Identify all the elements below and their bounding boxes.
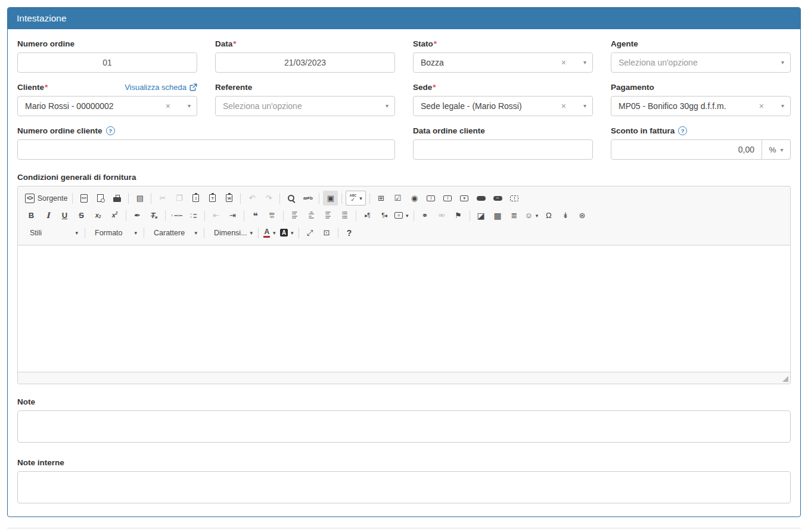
paste-word-button[interactable]: W bbox=[222, 191, 237, 206]
dropdown-caret-icon: ▾ bbox=[134, 230, 137, 236]
underline-icon: U bbox=[62, 211, 67, 219]
copy-formatting-button[interactable]: ✒ bbox=[130, 208, 145, 223]
align-right-icon bbox=[325, 211, 330, 219]
export-pdf-button[interactable]: PDF bbox=[76, 191, 91, 206]
richtext-editor: <>SorgentePDF▤✂❐≡TW↶↷a⇄b▣▾⊞☑◉II▾••IBIUSx… bbox=[17, 186, 791, 384]
table-button[interactable]: ▦ bbox=[490, 208, 505, 223]
dropdown-caret-icon: ▾ bbox=[188, 103, 191, 109]
sede-select[interactable]: Sede legale - (Mario Rossi) × ▾ bbox=[413, 96, 593, 116]
editor-content-area[interactable] bbox=[18, 245, 790, 372]
subscript-icon: x bbox=[95, 212, 101, 219]
pagamento-select[interactable]: MP05 - Bonifico 30gg d.f.f.m. × ▾ bbox=[611, 96, 791, 116]
outdent-button: ⇤ bbox=[209, 208, 223, 223]
agente-select[interactable]: Seleziona un'opzione ▾ bbox=[611, 52, 791, 73]
special-char-button[interactable]: Ω bbox=[541, 208, 556, 223]
note-interne-textarea[interactable] bbox=[17, 471, 791, 503]
blockquote-button[interactable]: ❝ bbox=[248, 208, 263, 223]
help-icon[interactable]: ? bbox=[106, 126, 115, 135]
editor-resize-handle[interactable] bbox=[782, 376, 788, 382]
align-left-button[interactable] bbox=[287, 208, 302, 223]
clear-icon[interactable]: × bbox=[561, 58, 566, 67]
stato-select[interactable]: Bozza × ▾ bbox=[413, 52, 593, 73]
replace-icon: a⇄b bbox=[303, 196, 313, 201]
superscript-button[interactable]: x bbox=[107, 208, 122, 223]
about-button[interactable]: ? bbox=[342, 225, 357, 240]
find-button[interactable] bbox=[284, 191, 299, 206]
remove-format-button[interactable]: T bbox=[147, 208, 161, 223]
referente-select[interactable]: Seleziona un'opzione ▾ bbox=[215, 96, 395, 116]
sconto-unit-select[interactable]: % ▾ bbox=[762, 139, 791, 160]
stato-value: Bozza bbox=[421, 58, 558, 67]
select-field-button[interactable]: ▾ bbox=[457, 191, 472, 206]
textarea-field-button[interactable]: I bbox=[440, 191, 455, 206]
image-button[interactable]: ◪ bbox=[474, 208, 489, 223]
horizontal-rule-button[interactable]: ≣ bbox=[507, 208, 522, 223]
text-field-button[interactable]: I bbox=[424, 191, 439, 206]
language-button[interactable]: ≡▾ bbox=[393, 208, 410, 223]
format-combo[interactable]: Formato▾ bbox=[89, 225, 140, 240]
indent-button[interactable]: ⇥ bbox=[225, 208, 240, 223]
link-icon: ⚭ bbox=[422, 211, 428, 219]
bg-color-button[interactable]: A▾ bbox=[279, 225, 295, 240]
paste-text-button[interactable]: T bbox=[205, 191, 220, 206]
clear-icon[interactable]: × bbox=[561, 102, 566, 110]
strikethrough-button[interactable]: S bbox=[74, 208, 89, 223]
clear-icon[interactable]: × bbox=[166, 102, 170, 110]
styles-combo[interactable]: Stili▾ bbox=[24, 225, 81, 240]
bidi-rtl-button[interactable]: ¶◂ bbox=[377, 208, 391, 223]
hidden-field-button[interactable]: I bbox=[507, 191, 522, 206]
checkbox-button[interactable]: ☑ bbox=[390, 191, 405, 206]
cliente-select[interactable]: Mario Rossi - 00000002 × ▾ bbox=[17, 96, 197, 116]
bold-button[interactable]: B bbox=[24, 208, 39, 223]
text-color-button[interactable]: A▾ bbox=[262, 225, 277, 240]
bidi-ltr-button[interactable]: ▸¶ bbox=[360, 208, 375, 223]
align-right-button[interactable] bbox=[321, 208, 335, 223]
underline-button[interactable]: U bbox=[57, 208, 72, 223]
bulleted-list-button[interactable] bbox=[186, 208, 201, 223]
note-interne-label: Note interne bbox=[17, 458, 64, 467]
source-button[interactable]: <>Sorgente bbox=[24, 191, 69, 206]
font-combo[interactable]: Carattere▾ bbox=[148, 225, 200, 240]
bulleted-list-icon bbox=[190, 213, 197, 219]
div-container-button[interactable]: DIV bbox=[265, 208, 279, 223]
spellcheck-button[interactable]: ▾ bbox=[346, 191, 365, 206]
visualizza-scheda-link[interactable]: Visualizza scheda bbox=[125, 83, 197, 92]
page-break-button[interactable]: ↡ bbox=[558, 208, 573, 223]
data-ordine-cliente-input[interactable] bbox=[413, 139, 593, 160]
form-button[interactable]: ⊞ bbox=[374, 191, 389, 206]
radio-button[interactable]: ◉ bbox=[407, 191, 422, 206]
numero-ordine-cliente-input[interactable] bbox=[17, 139, 395, 160]
sconto-in-fattura-input[interactable] bbox=[611, 139, 762, 160]
paste-button[interactable]: ≡ bbox=[188, 191, 203, 206]
numbered-list-button[interactable] bbox=[169, 208, 184, 223]
toolbar-separator bbox=[126, 210, 126, 221]
align-justify-button[interactable] bbox=[337, 208, 352, 223]
select-all-button[interactable]: ▣ bbox=[323, 191, 338, 206]
select-all-icon: ▣ bbox=[327, 194, 334, 202]
help-icon[interactable]: ? bbox=[678, 126, 687, 135]
font-size-combo[interactable]: Dimensi...▾ bbox=[208, 225, 254, 240]
templates-button[interactable]: ▤ bbox=[132, 191, 147, 206]
show-blocks-button[interactable]: ⊡ bbox=[319, 225, 334, 240]
button-field-button[interactable] bbox=[474, 191, 489, 206]
align-center-button[interactable] bbox=[304, 208, 319, 223]
link-button[interactable]: ⚭ bbox=[418, 208, 433, 223]
replace-button[interactable]: a⇄b bbox=[300, 191, 315, 206]
italic-button[interactable]: I bbox=[41, 208, 55, 223]
iframe-button[interactable]: ⊛ bbox=[574, 208, 589, 223]
sede-value: Sede legale - (Mario Rossi) bbox=[421, 101, 558, 111]
note-textarea[interactable] bbox=[17, 410, 791, 443]
preview-button[interactable] bbox=[93, 191, 108, 206]
checkbox-icon: ☑ bbox=[394, 194, 402, 202]
anchor-button[interactable]: ⚑ bbox=[451, 208, 466, 223]
print-button[interactable] bbox=[110, 191, 125, 206]
subscript-button[interactable]: x bbox=[91, 208, 105, 223]
maximize-button[interactable]: ⤢ bbox=[303, 225, 318, 240]
clear-icon[interactable]: × bbox=[759, 102, 764, 110]
smiley-button[interactable]: ☺▾ bbox=[524, 208, 540, 223]
numbered-list-icon bbox=[171, 214, 182, 217]
data-input[interactable] bbox=[215, 52, 395, 73]
numero-ordine-input[interactable] bbox=[17, 52, 197, 73]
required-mark: * bbox=[45, 83, 48, 92]
image-button-button[interactable]: •• bbox=[490, 191, 505, 206]
